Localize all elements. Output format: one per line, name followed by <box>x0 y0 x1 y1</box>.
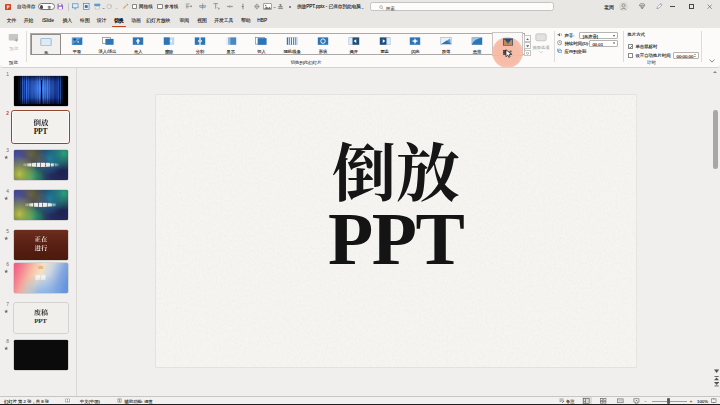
minimize-button[interactable] <box>666 0 679 14</box>
ribbon-tab[interactable]: 幻灯片放映 <box>141 14 175 29</box>
text-tool-button[interactable] <box>212 3 220 10</box>
guides-checkbox[interactable] <box>157 4 162 9</box>
apply-to-all-icon <box>557 48 562 53</box>
transition-label: 覆盖 <box>380 49 388 54</box>
after-time-input[interactable]: 00:00.00 <box>673 52 698 59</box>
accessibility-status[interactable]: 辅助功能: 调查 <box>125 399 153 404</box>
undo-button[interactable] <box>94 3 101 10</box>
panel-divider[interactable] <box>76 68 77 396</box>
powerpoint-logo-icon[interactable] <box>5 4 11 10</box>
picture-dropdown-caret[interactable]: ⌄ <box>272 4 277 9</box>
new-slide-button[interactable] <box>83 3 90 10</box>
slide-canvas[interactable]: 倒放 PPT <box>156 95 637 367</box>
transition-shape-icon <box>317 37 329 45</box>
thumbnail-slide-4[interactable]: 换个角度看问题 <box>14 190 68 220</box>
ribbon-tab[interactable]: 开始 <box>19 14 39 29</box>
approve-button[interactable] <box>277 3 284 10</box>
slide-number: 8 <box>0 339 9 344</box>
transition-uncover-icon <box>348 37 360 45</box>
transition-cover[interactable]: 覆盖 <box>369 34 400 55</box>
thumbnail-slide-1[interactable] <box>14 76 68 106</box>
tab-label: 动画 <box>131 18 141 23</box>
thumbnail-slide-2[interactable]: PPT倒放 <box>11 110 70 144</box>
align-center-button[interactable] <box>199 3 207 10</box>
transition-flash[interactable]: 闪光 <box>400 34 431 55</box>
transition-none[interactable]: 无 <box>31 34 62 55</box>
transition-reveal[interactable]: 显示 <box>215 34 246 55</box>
apply-to-all-button[interactable]: 应用到全部 <box>564 49 586 54</box>
ribbon-tab[interactable]: iSlide <box>38 14 58 29</box>
ribbon-tab[interactable]: HBP <box>252 14 272 29</box>
scroll-up-button[interactable] <box>712 70 719 76</box>
notes-button[interactable]: 备注 <box>566 399 575 404</box>
previous-slide-button[interactable] <box>714 376 719 380</box>
duration-input[interactable]: 00.01 <box>589 40 618 47</box>
thumbnail-slide-7[interactable]: PPT废稿 <box>14 303 68 333</box>
transition-drape[interactable]: 悬挂 <box>462 34 493 55</box>
thumbnail-slide-8[interactable] <box>14 340 68 370</box>
collapse-ribbon-button[interactable] <box>709 59 715 63</box>
format-painter-button[interactable] <box>122 3 129 10</box>
language-label[interactable]: 中文(中国) <box>80 399 100 404</box>
sound-select[interactable]: [无声音] <box>579 32 617 39</box>
search-box[interactable]: 搜索 <box>370 2 554 11</box>
redo-button[interactable] <box>106 3 113 10</box>
thumbnail-slide-5[interactable]: 正在进行 <box>14 230 68 260</box>
zoom-out-button[interactable]: - <box>645 398 647 404</box>
preview-button[interactable]: 预览 <box>6 31 22 53</box>
transition-morph[interactable]: 平滑 <box>61 34 92 55</box>
insert-picture-button[interactable] <box>263 3 272 10</box>
transition-fade[interactable]: 淡入/淡出 <box>92 34 123 55</box>
center-align-button[interactable] <box>253 3 261 10</box>
approve-icon <box>277 3 284 10</box>
gridlines-checkbox[interactable] <box>132 4 137 9</box>
transition-label: 形状 <box>319 49 327 54</box>
thumbnail-slide-6[interactable]: 谢谢 <box>14 263 68 293</box>
effect-options-button[interactable]: 效果选项 <box>531 31 551 57</box>
maximize-button[interactable] <box>685 0 698 14</box>
transition-uncover[interactable]: 揭开 <box>338 34 369 55</box>
proofing-icon[interactable] <box>65 398 70 403</box>
on-mouse-click-checkbox[interactable] <box>628 44 633 49</box>
spin-down-icon[interactable] <box>694 56 696 57</box>
next-slide-button[interactable] <box>714 382 719 386</box>
ribbon-tab[interactable]: 视图 <box>192 14 212 29</box>
title-bar: 自动保存 关 ⌄ ⌄ 网格线 参考线 ⌄ 倒放PPT.pptx - 已保存到此电… <box>0 0 720 14</box>
ribbon-tab[interactable]: 开发工具 <box>211 14 237 29</box>
qat-overflow-dot[interactable] <box>289 6 291 8</box>
gridlines-label: 网格线 <box>139 4 153 9</box>
transition-none-icon <box>40 38 52 46</box>
vertical-scrollbar-thumb[interactable] <box>713 110 718 169</box>
transition-shape[interactable]: 形状 <box>308 34 339 55</box>
align-tool-button[interactable] <box>185 3 193 10</box>
title-dropdown-caret[interactable]: ⌄ <box>361 5 366 10</box>
minimize-icon <box>670 6 675 7</box>
autosave-toggle[interactable]: 关 <box>38 3 55 10</box>
transition-push[interactable]: 推入 <box>123 34 154 55</box>
transition-split[interactable]: 分割 <box>185 34 216 55</box>
distribute-v-button[interactable] <box>239 3 247 10</box>
thumbnail-slide-3[interactable]: 如何让废稿少一半 <box>14 150 68 180</box>
zoom-level[interactable]: 100% <box>697 399 708 404</box>
transition-cut[interactable]: 切入 <box>246 34 277 55</box>
premium-gem-icon[interactable] <box>639 3 645 9</box>
transition-wipe[interactable]: 擦除 <box>154 34 185 55</box>
preview-label: 预览 <box>6 46 22 51</box>
account-avatar[interactable] <box>619 2 628 11</box>
user-name: 老周 <box>604 4 614 10</box>
spin-down-icon[interactable] <box>613 43 615 44</box>
start-slideshow-button[interactable] <box>72 3 79 10</box>
scroll-down-button[interactable] <box>714 369 719 373</box>
save-button[interactable] <box>57 3 64 10</box>
effect-options-label: 效果选项 <box>533 45 550 50</box>
transition-randombars[interactable]: 随机线条 <box>277 34 308 55</box>
document-title: 倒放PPT.pptx - 已保存到此电脑 <box>297 4 361 9</box>
tab-label: HBP <box>257 18 267 23</box>
after-time-checkbox[interactable] <box>628 53 633 58</box>
draw-pen-icon[interactable] <box>656 3 663 10</box>
close-button[interactable] <box>703 0 716 14</box>
transition-fallover[interactable]: 跌落 <box>431 34 462 55</box>
transition-push-icon <box>132 37 144 45</box>
undo-dropdown-caret[interactable]: ⌄ <box>101 5 106 10</box>
merge-tool-button[interactable] <box>226 3 234 10</box>
